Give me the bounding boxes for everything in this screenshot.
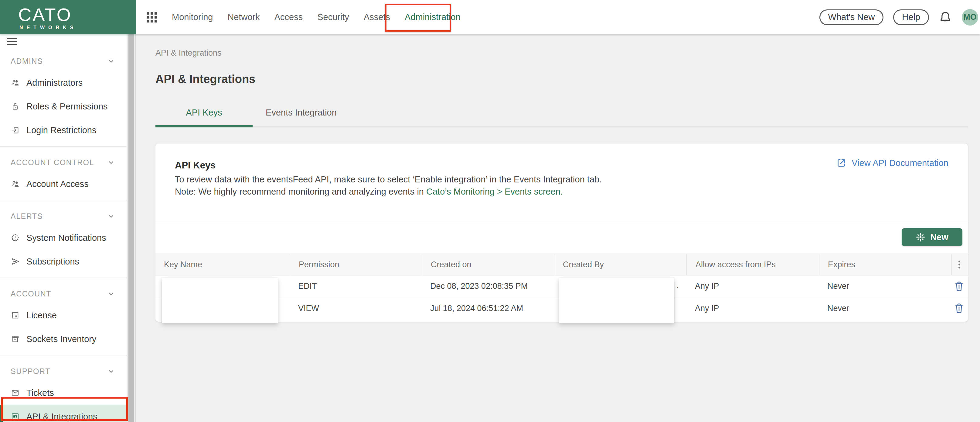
user-avatar[interactable]: MO bbox=[962, 9, 978, 26]
column-header-created-by[interactable]: Created By bbox=[554, 254, 686, 275]
card-description-line1: To review data with the eventsFeed API, … bbox=[175, 174, 602, 185]
sidebar-item-api-integrations[interactable]: API & Integrations bbox=[0, 404, 127, 422]
cell-expires: Never bbox=[819, 297, 951, 319]
top-bar: CATO NETWORKS MonitoringNetworkAccessSec… bbox=[0, 0, 980, 34]
created-by-truncated-remnant: . bbox=[676, 280, 679, 290]
notifications-bell-icon[interactable] bbox=[939, 10, 952, 24]
sidebar-scrollbar-track[interactable] bbox=[127, 34, 136, 422]
sidebar-section-admins[interactable]: ADMINS bbox=[0, 51, 127, 71]
new-api-key-button[interactable]: New bbox=[902, 229, 963, 246]
cell-allow-access-ips: Any IP bbox=[686, 275, 819, 297]
column-header-created-on[interactable]: Created on bbox=[422, 254, 554, 275]
send-icon bbox=[11, 257, 20, 266]
chevron-down-icon bbox=[107, 158, 116, 167]
nav-item-assets[interactable]: Assets bbox=[364, 12, 390, 22]
sidebar-section-label: ALERTS bbox=[11, 212, 43, 221]
sidebar-section-account[interactable]: ACCOUNT bbox=[0, 284, 127, 304]
sidebar-divider bbox=[0, 278, 127, 278]
sidebar: ADMINS Administrators Roles & Permission… bbox=[0, 34, 127, 422]
breadcrumb: API & Integrations bbox=[156, 48, 222, 58]
chevron-down-icon bbox=[107, 56, 116, 66]
logo-sub-text: NETWORKS bbox=[19, 25, 77, 30]
cell-permission: VIEW bbox=[290, 297, 422, 319]
hamburger-menu-icon[interactable] bbox=[7, 38, 17, 45]
license-icon bbox=[11, 311, 20, 320]
delete-key-button[interactable] bbox=[954, 280, 966, 293]
apps-grid-icon[interactable] bbox=[146, 12, 157, 22]
sidebar-item-label: Login Restrictions bbox=[26, 125, 97, 135]
people-icon bbox=[11, 179, 20, 189]
whats-new-button[interactable]: What's New bbox=[819, 10, 884, 25]
cell-expires: Never bbox=[819, 275, 951, 297]
card-divider bbox=[156, 222, 968, 222]
sidebar-item-administrators[interactable]: Administrators bbox=[0, 71, 127, 94]
cell-permission: EDIT bbox=[290, 275, 422, 297]
sidebar-item-license[interactable]: License bbox=[0, 304, 127, 327]
card-description-line2: Note: We highly recommend monitoring and… bbox=[175, 187, 563, 197]
inventory-icon bbox=[11, 334, 20, 344]
help-button[interactable]: Help bbox=[893, 10, 929, 25]
nav-item-security[interactable]: Security bbox=[317, 12, 349, 22]
login-icon bbox=[11, 126, 20, 135]
top-right-controls: What's New Help MO bbox=[819, 0, 978, 34]
sidebar-section-support[interactable]: SUPPORT bbox=[0, 361, 127, 381]
sidebar-item-sockets-inventory[interactable]: Sockets Inventory bbox=[0, 327, 127, 351]
mail-icon bbox=[11, 388, 20, 397]
nav-item-monitoring[interactable]: Monitoring bbox=[172, 12, 213, 22]
view-api-documentation-link[interactable]: View API Documentation bbox=[836, 158, 948, 168]
sparkle-icon bbox=[916, 232, 925, 242]
logo-brand-text: CATO bbox=[18, 4, 72, 25]
sidebar-divider bbox=[0, 200, 127, 200]
sidebar-divider bbox=[0, 355, 127, 355]
sidebar-item-label: Administrators bbox=[26, 78, 83, 88]
delete-key-button[interactable] bbox=[954, 302, 966, 315]
api-icon bbox=[11, 412, 20, 421]
sidebar-item-label: Sockets Inventory bbox=[26, 334, 97, 344]
sidebar-item-label: License bbox=[26, 310, 57, 320]
nav-item-administration[interactable]: Administration bbox=[405, 12, 461, 22]
column-header-expires[interactable]: Expires bbox=[819, 254, 951, 275]
chevron-down-icon bbox=[107, 289, 116, 298]
table-header-row: Key NamePermissionCreated onCreated ByAl… bbox=[156, 254, 968, 275]
tab-events-integration[interactable]: Events Integration bbox=[253, 99, 350, 126]
sidebar-item-roles-permissions[interactable]: Roles & Permissions bbox=[0, 94, 127, 118]
sidebar-item-system-notifications[interactable]: System Notifications bbox=[0, 226, 127, 249]
sidebar-item-label: Roles & Permissions bbox=[26, 102, 108, 112]
chevron-down-icon bbox=[107, 212, 116, 221]
monitoring-events-link[interactable]: Cato’s Monitoring > Events screen. bbox=[426, 187, 563, 197]
column-header-allow-access-from-ips[interactable]: Allow access from IPs bbox=[686, 254, 819, 275]
nav-list: MonitoringNetworkAccessSecurityAssetsAdm… bbox=[172, 12, 461, 22]
sidebar-section-label: ADMINS bbox=[11, 57, 43, 66]
nav-item-network[interactable]: Network bbox=[228, 12, 259, 22]
sidebar-sections: ADMINS Administrators Roles & Permission… bbox=[0, 51, 127, 422]
sidebar-item-login-restrictions[interactable]: Login Restrictions bbox=[0, 118, 127, 142]
sidebar-item-label: API & Integrations bbox=[26, 412, 97, 422]
top-nav: MonitoringNetworkAccessSecurityAssetsAdm… bbox=[136, 12, 461, 22]
cell-created-on: Dec 08, 2023 02:08:35 PM bbox=[422, 275, 554, 297]
tab-api-keys[interactable]: API Keys bbox=[156, 99, 253, 126]
redaction-overlay-created-by bbox=[559, 278, 674, 323]
sidebar-item-account-access[interactable]: Account Access bbox=[0, 172, 127, 196]
sidebar-item-subscriptions[interactable]: Subscriptions bbox=[0, 249, 127, 273]
sidebar-scrollbar-thumb[interactable] bbox=[129, 34, 134, 422]
column-header-permission[interactable]: Permission bbox=[290, 254, 422, 275]
tab-bar: API KeysEvents Integration bbox=[156, 99, 968, 127]
sidebar-section-alerts[interactable]: ALERTS bbox=[0, 206, 127, 226]
sidebar-item-label: System Notifications bbox=[26, 233, 106, 243]
sidebar-item-tickets[interactable]: Tickets bbox=[0, 381, 127, 404]
sidebar-item-label: Tickets bbox=[26, 388, 54, 398]
cell-created-on: Jul 18, 2024 06:51:22 AM bbox=[422, 297, 554, 319]
lock-open-icon bbox=[11, 102, 20, 111]
people-icon bbox=[11, 78, 20, 87]
view-api-documentation-label: View API Documentation bbox=[851, 158, 948, 168]
new-button-label: New bbox=[930, 232, 948, 242]
table-options-kebab-icon[interactable] bbox=[955, 257, 965, 272]
nav-item-access[interactable]: Access bbox=[274, 12, 303, 22]
column-header-key-name[interactable]: Key Name bbox=[156, 254, 290, 275]
cato-logo: CATO NETWORKS bbox=[0, 0, 136, 34]
seal-icon bbox=[11, 233, 20, 242]
card-heading: API Keys bbox=[175, 160, 216, 171]
sidebar-section-account-control[interactable]: ACCOUNT CONTROL bbox=[0, 153, 127, 172]
chevron-down-icon bbox=[107, 367, 116, 376]
column-header-actions bbox=[951, 254, 968, 275]
